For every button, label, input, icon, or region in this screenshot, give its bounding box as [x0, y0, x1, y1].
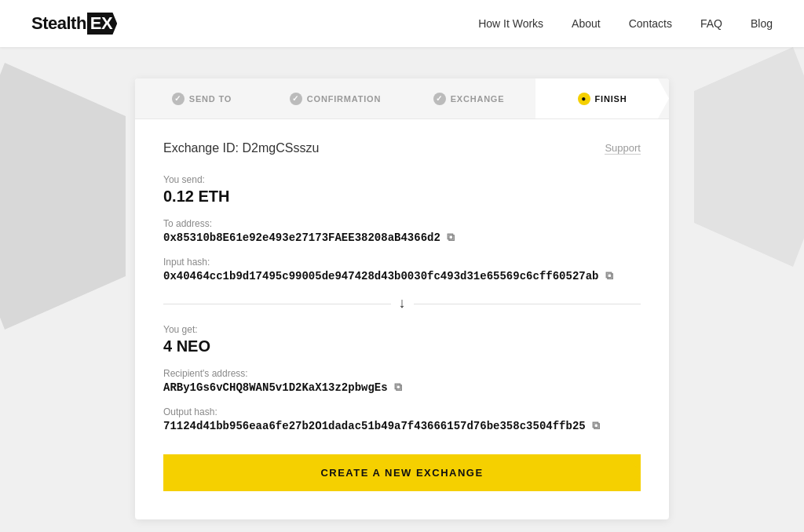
create-exchange-button-label: CREATE A NEW EXCHANGE [163, 454, 641, 491]
output-hash-group: Output hash: 71124d41bb956eaa6fe27b2O1da… [163, 406, 641, 432]
copy-output-hash-icon[interactable]: ⧉ [592, 420, 600, 432]
you-send-label: You send: [163, 174, 641, 185]
nav-how-it-works[interactable]: How It Works [478, 17, 543, 30]
input-hash-value: 0x40464cc1b9d17495c99005de947428d43b0030… [163, 270, 641, 282]
nav-faq[interactable]: FAQ [700, 17, 722, 30]
steps-bar: ✓ SEND TO ✓ CONFIRMATION ✓ EXCHANGE ● FI… [135, 78, 669, 119]
step-finish-icon: ● [578, 93, 590, 105]
support-link[interactable]: Support [605, 142, 641, 155]
card-body: Exchange ID: D2mgCSsszu Support You send… [135, 119, 669, 519]
step-send-to-label: SEND TO [189, 94, 232, 104]
step-exchange-icon: ✓ [433, 93, 446, 105]
step-send-to-icon: ✓ [172, 93, 185, 105]
step-finish: ● FINISH [535, 78, 669, 118]
you-get-label: You get: [163, 324, 641, 335]
recipient-address-group: Recipient's address: ARBy1Gs6vCHQ8WAN5v1… [163, 368, 641, 394]
to-address-label: To address: [163, 218, 641, 229]
exchange-id-row: Exchange ID: D2mgCSsszu Support [163, 141, 641, 155]
arrow-down-icon: ↓ [391, 295, 414, 312]
logo-highlight: EX [87, 13, 117, 35]
input-hash-group: Input hash: 0x40464cc1b9d17495c99005de94… [163, 257, 641, 282]
you-send-value: 0.12 ETH [163, 188, 641, 206]
nav-contacts[interactable]: Contacts [629, 17, 672, 30]
exchange-card: ✓ SEND TO ✓ CONFIRMATION ✓ EXCHANGE ● FI… [135, 78, 669, 519]
step-confirmation-icon: ✓ [290, 93, 302, 105]
output-hash-value: 71124d41bb956eaa6fe27b2O1dadac51b49a7f43… [163, 420, 641, 432]
recipient-address-label: Recipient's address: [163, 368, 641, 379]
exchange-id-label: Exchange ID: [163, 141, 239, 155]
recipient-address-value: ARBy1Gs6vCHQ8WAN5v1D2KaX13z2pbwgEs ⧉ [163, 381, 641, 394]
you-get-value: 4 NEO [163, 337, 641, 355]
you-send-group: You send: 0.12 ETH [163, 174, 641, 206]
main-nav: How It Works About Contacts FAQ Blog [478, 17, 773, 30]
nav-blog[interactable]: Blog [751, 17, 773, 30]
copy-recipient-address-icon[interactable]: ⧉ [394, 381, 402, 394]
step-confirmation: ✓ CONFIRMATION [269, 78, 402, 118]
step-send-to: ✓ SEND TO [135, 78, 269, 118]
to-address-group: To address: 0x85310b8E61e92e493e27173FAE… [163, 218, 641, 244]
copy-input-hash-icon[interactable]: ⧉ [605, 270, 613, 282]
you-get-group: You get: 4 NEO [163, 324, 641, 355]
step-exchange-label: EXCHANGE [451, 94, 505, 104]
logo: StealthEX [31, 13, 117, 35]
to-address-value: 0x85310b8E61e92e493e27173FAEE38208aB4366… [163, 231, 641, 244]
step-exchange: ✓ EXCHANGE [402, 78, 535, 118]
create-exchange-button[interactable]: CREATE A NEW EXCHANGE [163, 454, 641, 491]
main-wrapper: ✓ SEND TO ✓ CONFIRMATION ✓ EXCHANGE ● FI… [0, 47, 804, 532]
exchange-id-value: D2mgCSsszu [243, 141, 320, 155]
logo-text: Stealth [31, 13, 86, 34]
copy-to-address-icon[interactable]: ⧉ [447, 231, 455, 244]
divider-arrow: ↓ [163, 295, 641, 312]
input-hash-label: Input hash: [163, 257, 641, 268]
step-finish-label: FINISH [595, 94, 627, 104]
exchange-id: Exchange ID: D2mgCSsszu [163, 141, 319, 155]
step-confirmation-label: CONFIRMATION [307, 94, 381, 104]
output-hash-label: Output hash: [163, 406, 641, 417]
nav-about[interactable]: About [572, 17, 601, 30]
header: StealthEX How It Works About Contacts FA… [0, 0, 804, 47]
